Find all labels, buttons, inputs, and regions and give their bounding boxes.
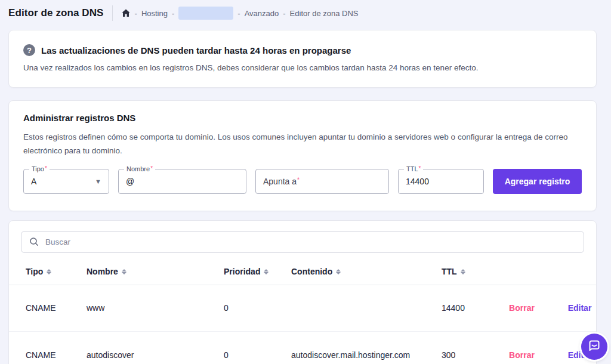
question-mark-icon: ? [23, 44, 35, 56]
column-header-contenido[interactable]: Contenido [291, 267, 442, 276]
cell-nombre: autodiscover [87, 350, 224, 360]
cell-contenido: autodiscover.mail.hostinger.com [291, 350, 442, 360]
record-type-value: A [31, 177, 36, 186]
sort-icon [461, 269, 465, 274]
sort-icon [264, 269, 269, 274]
dns-propagation-info-card: ? Las actualizaciones de DNS pueden tard… [8, 30, 597, 88]
breadcrumb-separator: - [172, 9, 174, 18]
table-header-row: Tipo Nombre Prioridad Contenido TTL [9, 259, 596, 285]
record-name-field[interactable]: Nombre* [118, 169, 246, 194]
chat-widget-button[interactable] [581, 334, 607, 360]
record-ttl-input[interactable] [406, 177, 476, 186]
topbar: Editor de zona DNS - Hosting - - Avanzad… [0, 0, 611, 24]
chat-icon [587, 338, 601, 355]
sort-icon [122, 269, 126, 274]
breadcrumb-separator: - [283, 9, 285, 18]
dns-records-table-card: Tipo Nombre Prioridad Contenido TTL [8, 220, 597, 364]
edit-record-button[interactable]: Editar [551, 303, 597, 313]
cell-prioridad: 0 [224, 303, 291, 313]
add-record-form: Tipo* A ▼ Nombre* Apunta a* TTL* Agregar… [23, 169, 582, 194]
sort-icon [336, 269, 341, 274]
breadcrumb-separator: - [135, 9, 137, 18]
search-icon [29, 236, 39, 249]
cell-ttl: 300 [442, 350, 493, 360]
cell-ttl: 14400 [442, 303, 493, 313]
record-ttl-label: TTL* [404, 165, 423, 172]
cell-nombre: www [87, 303, 224, 313]
info-banner-description: Una vez realizados los cambios en los re… [23, 63, 582, 72]
required-asterisk: * [150, 165, 153, 172]
required-asterisk: * [297, 177, 300, 183]
table-row: CNAME autodiscover 0 autodiscover.mail.h… [9, 332, 596, 364]
record-content-field[interactable]: Apunta a* [255, 169, 389, 194]
column-header-tipo[interactable]: Tipo [26, 267, 87, 276]
breadcrumb-current: Editor de zona DNS [290, 9, 359, 18]
search-input[interactable] [21, 231, 584, 253]
add-record-button[interactable]: Agregar registro [493, 169, 582, 194]
home-icon[interactable] [121, 8, 131, 18]
record-name-input[interactable] [126, 177, 239, 186]
column-header-nombre[interactable]: Nombre [87, 267, 224, 276]
manage-records-description: Estos registros definen cómo se comporta… [23, 131, 572, 158]
column-header-ttl[interactable]: TTL [442, 267, 493, 276]
table-row: CNAME www 0 14400 Borrar Editar [9, 285, 596, 332]
record-ttl-field[interactable]: TTL* [398, 169, 484, 194]
topbar-divider [112, 5, 113, 21]
cell-prioridad: 0 [224, 350, 291, 360]
delete-record-button[interactable]: Borrar [493, 303, 551, 313]
record-content-placeholder: Apunta a* [263, 177, 300, 186]
record-type-label: Tipo* [29, 165, 50, 172]
breadcrumb-separator: - [237, 9, 240, 18]
dns-records-table: Tipo Nombre Prioridad Contenido TTL [9, 259, 596, 364]
info-banner-title: Las actualizaciones de DNS pueden tardar… [41, 45, 351, 55]
required-asterisk: * [45, 165, 47, 172]
cell-tipo: CNAME [26, 350, 87, 360]
manage-records-title: Administrar registros DNS [23, 113, 582, 123]
required-asterisk: * [419, 165, 421, 172]
chevron-down-icon: ▼ [95, 178, 101, 185]
page-title: Editor de zona DNS [8, 7, 104, 19]
cell-tipo: CNAME [26, 303, 87, 313]
record-type-select[interactable]: Tipo* A ▼ [23, 169, 109, 194]
breadcrumb-avanzado[interactable]: Avanzado [245, 9, 279, 18]
breadcrumb: - Hosting - - Avanzado - Editor de zona … [121, 7, 359, 20]
record-name-label: Nombre* [124, 165, 155, 172]
breadcrumb-hosting[interactable]: Hosting [141, 9, 168, 18]
breadcrumb-redacted-domain[interactable] [178, 7, 233, 20]
delete-record-button[interactable]: Borrar [493, 350, 551, 360]
manage-dns-records-card: Administrar registros DNS Estos registro… [8, 100, 597, 211]
column-header-prioridad[interactable]: Prioridad [224, 267, 291, 276]
sort-icon [47, 269, 51, 274]
